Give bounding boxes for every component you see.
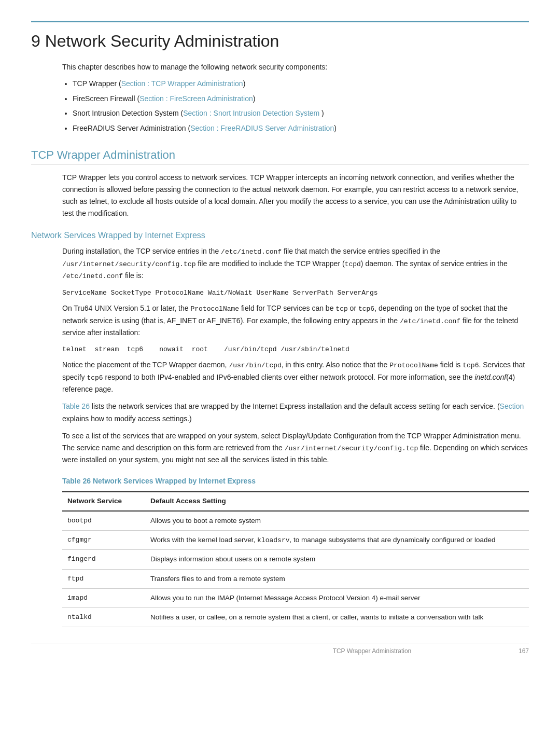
code-tcp6-3: tcp6	[87, 374, 103, 382]
desc-cfgmgr: Works with the kernel load server, kload…	[145, 530, 529, 550]
bullet-label-4: FreeRADIUS Server Administration (	[73, 124, 190, 132]
section2-para5: To see a list of the services that are w…	[62, 430, 529, 466]
link-freeradius[interactable]: Section : FreeRADIUS Server Administrati…	[190, 124, 334, 132]
chapter-title: 9 Network Security Administration	[31, 32, 529, 51]
table-header-row: Network Service Default Access Setting	[62, 492, 529, 510]
network-services-table: Network Service Default Access Setting b…	[62, 491, 529, 627]
code-kloadsrv: kloadsrv	[257, 536, 289, 544]
code-usr-bin-tcpd: /usr/bin/tcpd	[229, 362, 281, 369]
desc-imapd: Allows you to run the IMAP (Internet Mes…	[145, 588, 529, 607]
code-inetd3: /etc/inetd.conf	[400, 317, 460, 325]
list-item: Snort Intrusion Detection System (Sectio…	[73, 107, 529, 119]
code-inetd1: /etc/inetd.conf	[221, 248, 282, 256]
code-block-telnet: telnet stream tcp6 nowait root /usr/bin/…	[62, 344, 529, 355]
service-ftpd: ftpd	[62, 569, 145, 588]
link-snort[interactable]: Section : Snort Intrusion Detection Syst…	[183, 109, 319, 117]
code-protocolname2: ProtocolName	[389, 362, 438, 369]
bullet-list: TCP Wrapper (Section : TCP Wrapper Admin…	[73, 78, 529, 134]
section2-para1: During installation, the TCP service ent…	[62, 245, 529, 282]
code-config-tcp2: /usr/internet/security/config.tcp	[285, 445, 418, 452]
code-tcp: tcp	[335, 305, 347, 313]
service-imapd: imapd	[62, 588, 145, 607]
table-title: Table 26 Network Services Wrapped by Int…	[62, 475, 529, 487]
italic-inetd: inetd.conf	[474, 373, 506, 381]
footer-left: TCP Wrapper Administration	[333, 647, 412, 655]
section1-paragraph: TCP Wrapper lets you control access to n…	[62, 172, 529, 219]
section2-body: During installation, the TCP service ent…	[62, 245, 529, 627]
list-item: TCP Wrapper (Section : TCP Wrapper Admin…	[73, 78, 529, 89]
service-cfgmgr: cfgmgr	[62, 530, 145, 550]
table-row: fingerd Displays information about users…	[62, 550, 529, 569]
section1-body: TCP Wrapper lets you control access to n…	[62, 172, 529, 219]
code-block-syntax: ServiceName SocketType ProtocolName Wait…	[62, 287, 529, 298]
bullet-label-3: Snort Intrusion Detection System (	[73, 109, 183, 117]
bullet-label-1: TCP Wrapper (	[73, 79, 121, 88]
list-item: FreeRADIUS Server Administration (Sectio…	[73, 122, 529, 134]
code-protocolname1: ProtocolName	[190, 305, 239, 313]
intro-text: This chapter describes how to manage the…	[62, 61, 529, 73]
section2-para4: Table 26 lists the network services that…	[62, 400, 529, 424]
desc-bootpd: Allows you to boot a remote system	[145, 511, 529, 531]
service-ntalkd: ntalkd	[62, 608, 145, 627]
table-row: imapd Allows you to run the IMAP (Intern…	[62, 588, 529, 607]
desc-ftpd: Transfers files to and from a remote sys…	[145, 569, 529, 588]
code-tcp6-2: tcp6	[463, 362, 479, 369]
link-section[interactable]: Section	[500, 402, 524, 410]
code-config-tcp: /usr/internet/security/config.tcp	[62, 260, 195, 268]
link-tcp-wrapper[interactable]: Section : TCP Wrapper Administration	[121, 79, 243, 88]
table-row: ntalkd Notifies a user, or callee, on a …	[62, 608, 529, 627]
desc-ntalkd: Notifies a user, or callee, on a remote …	[145, 608, 529, 627]
desc-fingerd: Displays information about users on a re…	[145, 550, 529, 569]
table-row: bootpd Allows you to boot a remote syste…	[62, 511, 529, 531]
table-row: ftpd Transfers files to and from a remot…	[62, 569, 529, 588]
link-firescreen[interactable]: Section : FireScreen Administration	[139, 94, 253, 103]
bullet-label-2: FireScreen Firewall (	[73, 94, 139, 103]
section2-para2: On Tru64 UNIX Version 5.1 or later, the …	[62, 302, 529, 339]
service-bootpd: bootpd	[62, 511, 145, 531]
list-item: FireScreen Firewall (Section : FireScree…	[73, 93, 529, 104]
section1-heading: TCP Wrapper Administration	[31, 148, 529, 164]
footer-page-number: 167	[519, 647, 529, 655]
code-tcpd1: tcpd	[345, 260, 361, 268]
section2-heading: Network Services Wrapped by Internet Exp…	[31, 231, 529, 240]
link-table26[interactable]: Table 26	[62, 402, 90, 410]
table-row: cfgmgr Works with the kernel load server…	[62, 530, 529, 550]
footer: TCP Wrapper Administration 167	[31, 643, 529, 655]
section2-para3: Notice the placement of the TCP Wrapper …	[62, 359, 529, 395]
code-inetd2: /etc/inetd.conf	[62, 272, 123, 280]
code-tcp6-1: tcp6	[358, 305, 374, 313]
top-border	[31, 21, 529, 22]
col-header-service: Network Service	[62, 492, 145, 510]
service-fingerd: fingerd	[62, 550, 145, 569]
col-header-access: Default Access Setting	[145, 492, 529, 510]
